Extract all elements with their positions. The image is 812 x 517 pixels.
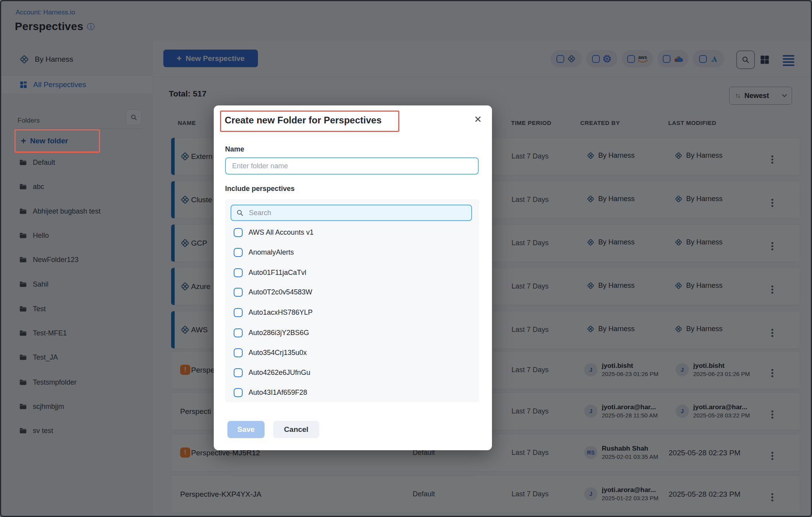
perspective-option[interactable]: AnomalyAlerts	[234, 248, 294, 257]
perspectives-page: Account: Harness.io Perspectives ⓘ By Ha…	[0, 0, 812, 517]
perspective-option[interactable]: Auto354Crj135u0x	[234, 348, 307, 357]
perspective-option[interactable]: Auto01F11jaCaTvl	[234, 268, 306, 277]
perspective-option[interactable]: Auto4262e6JUfnGu	[234, 368, 310, 377]
modal-title: Create new Folder for Perspectives	[225, 115, 381, 126]
checkbox[interactable]	[234, 328, 243, 337]
checkbox[interactable]	[234, 248, 243, 257]
checkbox[interactable]	[234, 368, 243, 377]
perspective-search-input[interactable]	[248, 209, 466, 217]
checkbox[interactable]	[234, 268, 243, 277]
include-perspectives-label: Include perspectives	[225, 185, 295, 193]
save-button[interactable]: Save	[227, 421, 265, 438]
search-icon	[236, 209, 243, 216]
checkbox[interactable]	[234, 288, 243, 297]
perspectives-panel: AWS All Accounts v1 AnomalyAlerts Auto01…	[225, 199, 479, 402]
checkbox[interactable]	[234, 388, 243, 397]
perspective-option[interactable]: Auto43I1Af659F28	[234, 388, 307, 397]
cancel-button[interactable]: Cancel	[273, 421, 319, 438]
perspective-option[interactable]: Auto0T2c0v54583W	[234, 288, 312, 297]
perspective-option[interactable]: Auto286i3jY2BS6G	[234, 328, 309, 337]
checkbox[interactable]	[234, 308, 243, 317]
close-icon[interactable]: ✕	[474, 114, 482, 125]
checkbox[interactable]	[234, 348, 243, 357]
folder-name-input[interactable]	[225, 157, 479, 175]
perspective-option[interactable]: AWS All Accounts v1	[234, 228, 313, 237]
perspective-option[interactable]: Auto1acxHS786YLP	[234, 308, 313, 317]
name-field-label: Name	[225, 145, 244, 153]
checkbox[interactable]	[234, 228, 243, 237]
perspective-search-box[interactable]	[231, 205, 472, 221]
create-folder-modal: Create new Folder for Perspectives ✕ Nam…	[214, 105, 492, 450]
